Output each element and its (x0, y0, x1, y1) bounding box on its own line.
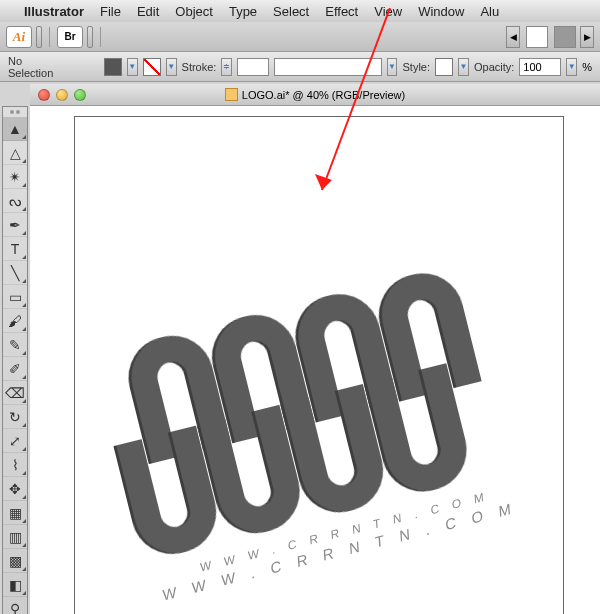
brush-dropdown[interactable]: ▼ (387, 58, 398, 76)
scale-tool[interactable]: ⤢ (3, 429, 27, 453)
warp-tool[interactable]: ⌇ (3, 453, 27, 477)
opacity-label: Opacity: (474, 61, 514, 73)
app-bar: Ai Br ◀ ▶ (0, 22, 600, 52)
ai-home-button[interactable]: Ai (6, 26, 32, 48)
rectangle-tool[interactable]: ▭ (3, 285, 27, 309)
separator (100, 27, 101, 47)
paintbrush-tool[interactable]: 🖌 (3, 309, 27, 333)
stroke-swatch[interactable] (143, 58, 161, 76)
direct-selection-tool[interactable]: △ (3, 141, 27, 165)
document-window: LOGO.ai* @ 40% (RGB/Preview) W W W . C (30, 84, 600, 614)
panel-grip[interactable] (3, 107, 27, 117)
brush-preview[interactable] (274, 58, 381, 76)
eyedropper-tool[interactable]: ⚲ (3, 597, 27, 614)
rotate-tool[interactable]: ↻ (3, 405, 27, 429)
style-swatch[interactable] (435, 58, 453, 76)
bridge-flyout[interactable] (87, 26, 93, 48)
magic-wand-tool[interactable]: ✴ (3, 165, 27, 189)
menu-object[interactable]: Object (175, 4, 213, 19)
document-title-text: LOGO.ai* @ 40% (RGB/Preview) (242, 89, 405, 101)
style-dropdown[interactable]: ▼ (458, 58, 469, 76)
stroke-color-dropdown[interactable]: ▼ (166, 58, 177, 76)
free-transform-tool[interactable]: ✥ (3, 477, 27, 501)
blob-brush-tool[interactable]: ✐ (3, 357, 27, 381)
symbol-sprayer-tool[interactable]: ▦ (3, 501, 27, 525)
line-tool[interactable]: ╲ (3, 261, 27, 285)
menu-window[interactable]: Window (418, 4, 464, 19)
doc-layout-1[interactable] (526, 26, 548, 48)
opacity-dropdown[interactable]: ▼ (566, 58, 577, 76)
ai-flyout[interactable] (36, 26, 42, 48)
menu-effect[interactable]: Effect (325, 4, 358, 19)
separator (49, 27, 50, 47)
control-bar: No Selection ▼ ▼ Stroke: ≑ ▼ Style: ▼ Op… (0, 52, 600, 82)
bridge-label: Br (64, 31, 75, 42)
arrange-prev[interactable]: ◀ (506, 26, 520, 48)
pen-tool[interactable]: ✒ (3, 213, 27, 237)
mesh-tool[interactable]: ▩ (3, 549, 27, 573)
file-icon (225, 88, 238, 101)
menu-type[interactable]: Type (229, 4, 257, 19)
logo-artwork[interactable]: W W W . C R R N T N . C O M W W W . C R … (103, 260, 534, 603)
fill-dropdown[interactable]: ▼ (127, 58, 138, 76)
eraser-tool[interactable]: ⌫ (3, 381, 27, 405)
gradient-tool[interactable]: ◧ (3, 573, 27, 597)
lasso-tool[interactable]: ᔓ (3, 189, 27, 213)
stroke-label: Stroke: (182, 61, 217, 73)
fill-swatch[interactable] (104, 58, 122, 76)
stroke-weight-input[interactable] (237, 58, 269, 76)
arrange-next[interactable]: ▶ (580, 26, 594, 48)
menu-app[interactable]: Illustrator (24, 4, 84, 19)
selection-tool[interactable]: ▲ (3, 117, 27, 141)
type-tool[interactable]: T (3, 237, 27, 261)
menu-file[interactable]: File (100, 4, 121, 19)
graph-tool[interactable]: ▥ (3, 525, 27, 549)
bridge-button[interactable]: Br (57, 26, 83, 48)
opacity-pct: % (582, 61, 592, 73)
document-title: LOGO.ai* @ 40% (RGB/Preview) (30, 88, 600, 101)
pencil-tool[interactable]: ✎ (3, 333, 27, 357)
selection-state: No Selection (8, 55, 64, 79)
menu-view[interactable]: View (374, 4, 402, 19)
opacity-input[interactable] (519, 58, 561, 76)
menu-edit[interactable]: Edit (137, 4, 159, 19)
logo-tube (367, 363, 476, 499)
artboard[interactable]: W W W . C R R N T N . C O M W W W . C R … (74, 116, 564, 614)
menu-select[interactable]: Select (273, 4, 309, 19)
mac-menubar: Illustrator File Edit Object Type Select… (0, 0, 600, 22)
menu-help[interactable]: Alu (480, 4, 499, 19)
style-label: Style: (402, 61, 430, 73)
tool-panel[interactable]: ▲△✴ᔓ✒T╲▭🖌✎✐⌫↻⤢⌇✥▦▥▩◧⚲⟡ ◧ ▮ ☒ (2, 106, 28, 614)
titlebar[interactable]: LOGO.ai* @ 40% (RGB/Preview) (30, 84, 600, 106)
stroke-weight-stepper[interactable]: ≑ (221, 58, 232, 76)
canvas[interactable]: W W W . C R R N T N . C O M W W W . C R … (30, 106, 600, 614)
doc-layout-2[interactable] (554, 26, 576, 48)
